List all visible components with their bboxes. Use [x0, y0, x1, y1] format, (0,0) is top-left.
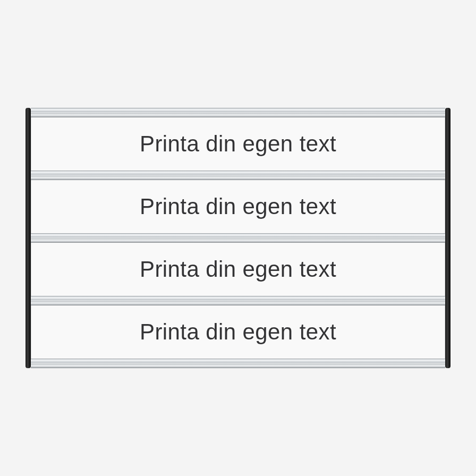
- slat-label: Printa din egen text: [140, 131, 336, 157]
- left-post: [26, 108, 31, 368]
- rail: [31, 359, 445, 368]
- sign-frame: Printa din egen text Printa din egen tex…: [26, 108, 450, 368]
- rail: [31, 296, 445, 305]
- slat-label: Printa din egen text: [140, 257, 336, 282]
- slat: Printa din egen text: [31, 117, 445, 171]
- rail: [31, 108, 445, 117]
- slots-column: Printa din egen text Printa din egen tex…: [31, 108, 445, 368]
- right-post: [445, 108, 450, 368]
- slat: Printa din egen text: [31, 180, 445, 233]
- slat: Printa din egen text: [31, 305, 445, 359]
- slat: Printa din egen text: [31, 243, 445, 296]
- rail: [31, 233, 445, 243]
- rail: [31, 171, 445, 180]
- slat-label: Printa din egen text: [140, 194, 336, 219]
- slat-label: Printa din egen text: [140, 319, 336, 345]
